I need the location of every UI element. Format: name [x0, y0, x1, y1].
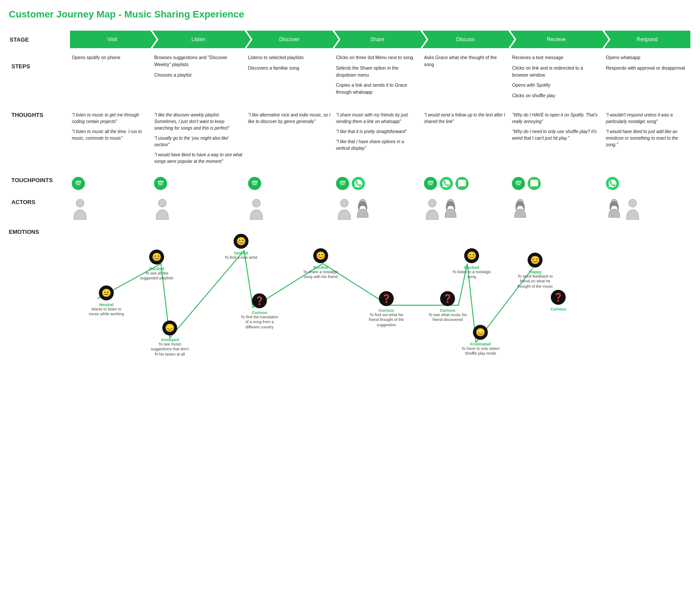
stage-respond: Respond [604, 31, 690, 48]
neutral-face: 😐 [99, 285, 114, 300]
svg-point-2 [248, 177, 261, 190]
svg-point-5 [424, 177, 437, 190]
steps-discuss: Asks Grace what she thought of the song [424, 54, 507, 68]
excited-face3: 😊 [464, 248, 479, 263]
svg-point-18 [340, 199, 348, 207]
actors-discover [248, 199, 331, 220]
spotify-icon [424, 177, 437, 190]
actor-male [72, 199, 88, 220]
steps-row: STEPS Opens spotify on phone Browses sug… [9, 50, 691, 107]
thoughts-row: THOUGHTS "I listen to music to get me th… [9, 107, 691, 173]
touchpoints-label: TOUCHPOINTS [11, 177, 52, 183]
stage-row: STAGE Visit Listen Discover Share Discus… [9, 29, 691, 50]
emotion-respond-happy: 😊 Happy To send feedback to friend on wh… [515, 253, 555, 289]
spotify-icon [248, 177, 261, 190]
actor-male [336, 199, 353, 220]
stage-label: STAGE [10, 36, 29, 43]
steps-respond: Opens whatsapp Responds with approval or… [606, 54, 689, 72]
svg-point-17 [252, 199, 260, 207]
actors-listen [154, 199, 242, 220]
emotions-row: EMOTIONS 😐 Neutral Wants to list [9, 224, 691, 373]
emotion-discover-stoked: 😊 Stoked To find a new artist [224, 234, 257, 261]
touchpoints-row: TOUCHPOINTS [9, 173, 691, 194]
steps-receive: Recieves a text message Clicks on link a… [512, 54, 600, 99]
frustrated-face: 😞 [473, 325, 488, 340]
happy-face: 😊 [528, 253, 542, 268]
imessage-icon [528, 177, 541, 190]
actor-female [512, 199, 528, 220]
thoughts-share: "I share music with my friends by just s… [336, 112, 419, 152]
actors-label: ACTORS [11, 199, 35, 205]
excited-face2: 😊 [313, 248, 328, 263]
emotion-visit-neutral: 😐 Neutral Wants to listen to music while… [87, 285, 126, 317]
steps-share: Clicks on three dot Menu next to song Se… [336, 54, 419, 96]
stage-share: Share [334, 31, 420, 48]
emotion-receive-frustrated: 😞 Frustrated To have to only select Shuf… [461, 325, 500, 356]
touchpoints-discuss [424, 177, 507, 190]
touchpoints-respond [606, 177, 689, 190]
stage-receive: Recieve [510, 31, 602, 48]
touchpoints-listen [154, 177, 242, 190]
thoughts-respond: "I wouldn't respond unless it was a part… [606, 112, 689, 148]
imessage-icon [455, 177, 469, 190]
emotion-discuss-curious: ❓ Curious To find out what his friend th… [367, 291, 406, 328]
stage-discover: Discover [246, 31, 332, 48]
actor-female [606, 199, 623, 220]
actors-share [336, 199, 419, 220]
thoughts-receive: "Why do I HAVE to open it on Spotify. Th… [512, 112, 600, 141]
thoughts-visit: "I listen to music to get me through cod… [72, 112, 149, 141]
emotion-listen-annoyed: 😞 Annoyed To see music suggestions that … [150, 321, 189, 357]
emotion-discover-curious: ❓ Curious To find the translation of a s… [240, 293, 279, 330]
curious-face4: ❓ [551, 290, 566, 305]
annoyed-face: 😞 [162, 321, 177, 335]
actors-respond [606, 199, 689, 220]
whatsapp-icon [440, 177, 453, 190]
steps-label: STEPS [11, 63, 30, 70]
curious-face3: ❓ [440, 291, 455, 306]
actor-female [354, 199, 371, 220]
spotify-icon [72, 177, 85, 190]
touchpoints-discover [248, 177, 331, 190]
whatsapp-icon [352, 177, 365, 190]
emotion-share-excited: 😊 Excited To share a nostalgic song with… [301, 248, 340, 280]
curious-face: ❓ [252, 293, 267, 308]
emotion-receive-curious: ❓ Curious To see what music his friend d… [428, 291, 467, 323]
svg-point-1 [154, 177, 167, 190]
thoughts-discuss: "I would send a follow up to the text af… [424, 112, 507, 125]
touchpoints-receive [512, 177, 600, 190]
svg-point-24 [629, 199, 637, 207]
actor-male [248, 199, 265, 220]
svg-point-16 [158, 199, 166, 207]
emotion-respond-curious: ❓ Curious [550, 290, 566, 311]
touchpoints-visit [72, 177, 149, 190]
thoughts-listen: "I like the discover weekly playlist. So… [154, 112, 242, 165]
thoughts-label: THOUGHTS [11, 112, 43, 118]
spotify-icon [154, 177, 167, 190]
stoked-face: 😊 [234, 234, 248, 249]
thoughts-discover: "I like alternative rock and indie music… [248, 112, 331, 125]
svg-point-10 [512, 177, 525, 190]
steps-visit: Opens spotify on phone [72, 54, 149, 61]
steps-discover: Listens to selected playlists Discovers … [248, 54, 331, 72]
touchpoints-share [336, 177, 419, 190]
actors-discuss [424, 199, 507, 220]
whatsapp-icon [606, 177, 619, 190]
actors-receive [512, 199, 600, 220]
stage-discuss: Discuss [422, 31, 508, 48]
emotion-listen-excited: 😊 Excited To see all the suggested playl… [137, 250, 176, 281]
curious-face2: ❓ [379, 291, 394, 306]
emotion-receive-excited: 😊 Excited To listen to a nostalgic song [452, 248, 491, 280]
svg-point-0 [72, 177, 85, 190]
steps-listen: Browses suggestions and "Discover Weekly… [154, 54, 242, 78]
actors-visit [72, 199, 149, 220]
stage-visit: Visit [70, 31, 150, 48]
page-title: Customer Journey Map - Music Sharing Exp… [9, 9, 691, 20]
svg-point-3 [336, 177, 349, 190]
emotions-label: EMOTIONS [9, 229, 39, 235]
actors-row: ACTORS [9, 194, 691, 224]
svg-point-15 [76, 199, 84, 207]
actor-male [424, 199, 441, 220]
actor-female [442, 199, 459, 220]
stage-listen: Listen [152, 31, 244, 48]
spotify-icon [336, 177, 349, 190]
